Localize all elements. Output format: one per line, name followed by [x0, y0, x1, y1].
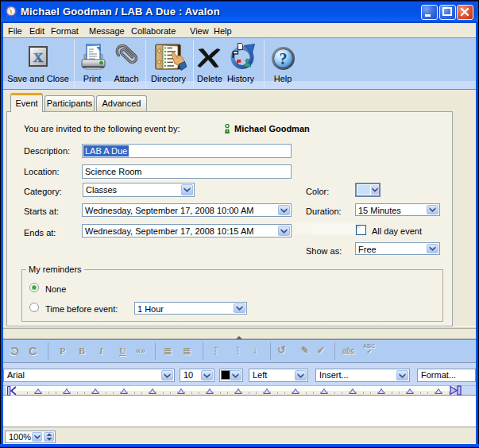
svg-text:?: ?	[280, 50, 288, 68]
svg-text:X: X	[33, 50, 44, 65]
